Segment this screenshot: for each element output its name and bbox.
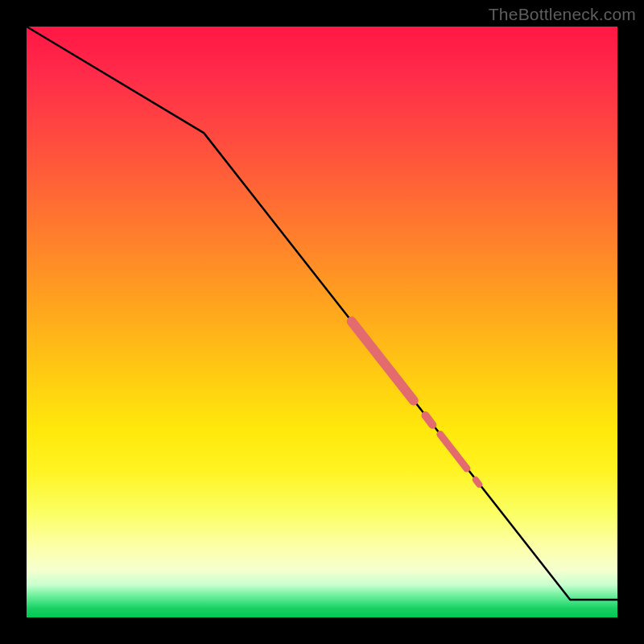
svg-line-3 [476,480,479,485]
chart-svg [27,27,617,617]
chart-plot-area [27,27,617,617]
svg-line-1 [425,415,432,425]
chart-highlight-segments [352,321,480,485]
svg-line-0 [352,321,414,400]
watermark-text: TheBottleneck.com [489,5,636,24]
chart-curve [27,27,617,600]
svg-line-2 [440,434,467,469]
chart-frame: TheBottleneck.com [0,0,644,644]
